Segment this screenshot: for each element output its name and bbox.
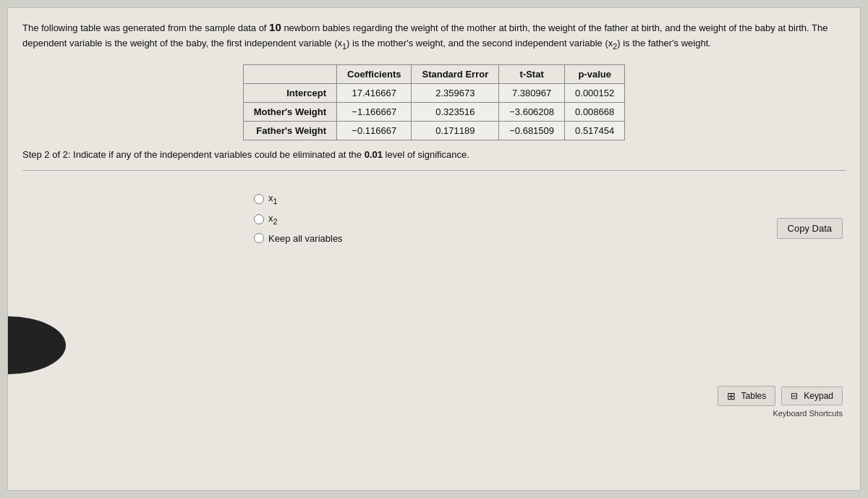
table-header-row: Coefficients Standard Error t-Stat p-val… <box>243 65 625 84</box>
intercept-standard-error: 2.359673 <box>412 84 499 103</box>
radio-x2-label: x2 <box>268 213 278 226</box>
regression-table: Coefficients Standard Error t-Stat p-val… <box>243 64 626 140</box>
radio-keep-item[interactable]: Keep all variables <box>254 233 846 244</box>
col-header-t-stat: t-Stat <box>499 65 565 84</box>
tables-button[interactable]: ⊞ Tables <box>718 386 776 406</box>
var2: x2 <box>608 38 618 48</box>
radio-x1-item[interactable]: x1 <box>254 193 846 206</box>
col-header-p-value: p-value <box>565 65 625 84</box>
copy-data-button[interactable]: Copy Data <box>777 218 843 239</box>
table-row: Mother's Weight −1.166667 0.323516 −3.60… <box>243 103 625 122</box>
radio-keep-label: Keep all variables <box>268 233 343 244</box>
radio-x1[interactable] <box>254 194 264 204</box>
col-header-standard-error: Standard Error <box>412 65 499 84</box>
col-header-coefficients: Coefficients <box>337 65 412 84</box>
intro-text-part4: ) is the father's weight. <box>617 38 711 48</box>
radio-x2-item[interactable]: x2 <box>254 213 846 226</box>
radio-keep[interactable] <box>254 233 264 243</box>
bottom-btn-row: ⊞ Tables ⊟ Keypad <box>718 386 843 406</box>
intro-text-part3: ) is the mother's weight, and the second… <box>346 38 608 48</box>
step2-text: Step 2 of 2: Indicate if any of the inde… <box>22 149 846 160</box>
fathers-weight-standard-error: 0.171189 <box>412 122 499 140</box>
table-row: Father's Weight −0.116667 0.171189 −0.68… <box>243 122 625 140</box>
mothers-weight-standard-error: 0.323516 <box>412 103 499 122</box>
table-row: Intercept 17.416667 2.359673 7.380967 0.… <box>243 84 625 103</box>
keypad-label: Keypad <box>804 391 833 401</box>
radio-x2[interactable] <box>254 214 264 224</box>
radio-x1-label: x1 <box>268 193 278 206</box>
var1: x1 <box>338 38 347 48</box>
intercept-coefficient: 17.416667 <box>337 84 412 103</box>
hand-decoration <box>8 316 124 374</box>
col-header-empty <box>243 65 336 84</box>
intro-text-part1: The following table was generated from t… <box>22 22 269 33</box>
step2-text-part2: level of significance. <box>383 149 469 160</box>
fathers-weight-p-value: 0.517454 <box>565 122 625 140</box>
intercept-p-value: 0.000152 <box>565 84 625 103</box>
intercept-t-stat: 7.380967 <box>499 84 565 103</box>
table-wrapper: Coefficients Standard Error t-Stat p-val… <box>22 64 846 140</box>
step2-text-part1: Step 2 of 2: Indicate if any of the inde… <box>22 149 365 160</box>
keyboard-shortcuts-text: Keyboard Shortcuts <box>773 409 843 418</box>
keypad-icon: ⊟ <box>791 391 798 401</box>
radio-group: x1 x2 Keep all variables <box>254 193 846 243</box>
fathers-weight-coefficient: −0.116667 <box>337 122 412 140</box>
mothers-weight-coefficient: −1.166667 <box>337 103 412 122</box>
mothers-weight-t-stat: −3.606208 <box>499 103 565 122</box>
divider <box>22 170 846 171</box>
table-icon: ⊞ <box>727 390 736 402</box>
mothers-weight-p-value: 0.008668 <box>565 103 625 122</box>
row-label-intercept: Intercept <box>243 84 336 103</box>
fathers-weight-t-stat: −0.681509 <box>499 122 565 140</box>
bottom-buttons: ⊞ Tables ⊟ Keypad Keyboard Shortcuts <box>718 386 843 418</box>
main-container: The following table was generated from t… <box>7 7 861 491</box>
significance-level: 0.01 <box>365 149 383 160</box>
tables-label: Tables <box>741 391 767 401</box>
keypad-button[interactable]: ⊟ Keypad <box>781 387 843 405</box>
sample-size: 10 <box>269 21 281 33</box>
intro-text: The following table was generated from t… <box>22 20 846 51</box>
row-label-mothers-weight: Mother's Weight <box>243 103 336 122</box>
row-label-fathers-weight: Father's Weight <box>243 122 336 140</box>
